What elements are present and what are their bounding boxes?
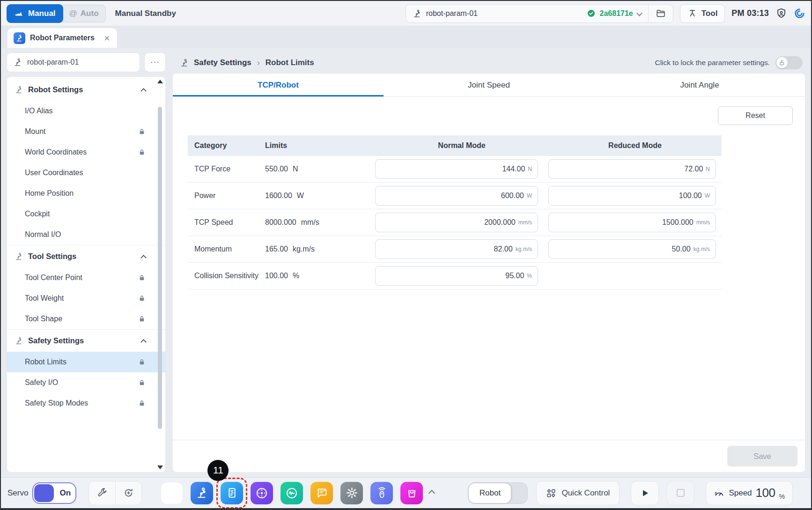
sidebar-parameter-file[interactable]: robot-param-01 [7, 52, 140, 72]
store-app-icon[interactable] [400, 482, 423, 504]
section-robot-settings: Robot Settings I/O Alias Mount World Coo… [7, 79, 165, 245]
sidebar-item-mount[interactable]: Mount [7, 121, 165, 142]
table-row-tcp-force: TCP Force 550.00N N N [188, 156, 722, 183]
stop-button[interactable] [666, 481, 694, 505]
parameter-file-summary[interactable]: robot-param-01 2a68171e [406, 5, 648, 22]
sidebar-section-safety-settings[interactable]: Safety Settings [7, 330, 165, 352]
rabbit-icon [14, 8, 24, 19]
tcp-speed-reduced-input[interactable] [554, 218, 694, 227]
robot-parameters-app-icon[interactable] [191, 482, 213, 504]
tcp-speed-normal-input[interactable] [381, 218, 516, 227]
tcp-force-normal-input[interactable] [381, 165, 525, 173]
sidebar-item-robot-limits[interactable]: Robot Limits [7, 352, 165, 372]
document-icon [226, 487, 238, 499]
scroll-down-arrow[interactable] [157, 466, 163, 469]
sidebar-item-tool-center-point[interactable]: Tool Center Point [7, 267, 165, 288]
manual-mode-button[interactable]: Manual [7, 4, 63, 23]
robot-icon [15, 336, 23, 345]
header-category: Category [188, 141, 265, 150]
power-normal-input[interactable] [381, 192, 524, 200]
shield-user-icon [775, 7, 787, 19]
log-app-icon[interactable] [310, 482, 333, 504]
dock-tool-group [89, 481, 142, 505]
parameter-lock-toggle[interactable] [775, 56, 803, 69]
more-options-button[interactable]: ··· [144, 52, 166, 72]
active-parameter-chip[interactable]: robot-param-01 2a68171e [406, 4, 673, 23]
chevron-up-icon [140, 255, 147, 261]
scrollbar-thumb[interactable] [158, 107, 162, 429]
lock-icon [138, 295, 146, 302]
power-reduced-input[interactable] [554, 192, 702, 200]
table-row-tcp-speed: TCP Speed 8000.000mm/s mm/s mm/s [188, 209, 722, 236]
jog-app-icon[interactable] [251, 482, 273, 504]
limits-table: Category Limits Normal Mode Reduced Mode… [188, 135, 722, 289]
setting-app-icon[interactable] [340, 482, 363, 504]
table-header-row: Category Limits Normal Mode Reduced Mode [188, 135, 722, 156]
lock-icon [138, 274, 146, 281]
stop-icon [677, 489, 685, 497]
sidebar-item-tool-shape[interactable]: Tool Shape [7, 309, 165, 329]
quick-control-button[interactable]: Quick Control [536, 481, 620, 505]
tab-joint-speed[interactable]: Joint Speed [384, 74, 594, 96]
play-button[interactable] [631, 481, 659, 505]
auto-mode-label: Auto [81, 9, 99, 18]
safety-user-button[interactable] [775, 7, 787, 19]
collision-sensitivity-normal-input[interactable] [381, 272, 524, 280]
close-tab-button[interactable] [103, 34, 111, 42]
breadcrumb-page: Robot Limits [266, 58, 314, 67]
lock-icon [138, 399, 146, 407]
reset-button[interactable]: Reset [718, 106, 793, 125]
tab-robot-parameters[interactable]: Robot Parameters [7, 28, 117, 48]
robot-toggle-active: Robot [469, 483, 511, 503]
sidebar-item-io-alias[interactable]: I/O Alias [7, 101, 165, 121]
breadcrumb-section: Safety Settings [194, 58, 251, 67]
open-file-button[interactable] [649, 5, 673, 22]
workcell-setup-button[interactable] [89, 481, 115, 505]
lock-icon [138, 358, 146, 366]
tool-button[interactable]: Tool [680, 4, 725, 23]
sidebar-item-user-coordinates[interactable]: User Coordinates [7, 163, 165, 183]
momentum-normal-input[interactable] [381, 245, 513, 253]
chevron-up-icon [140, 88, 147, 94]
scroll-up-arrow[interactable] [157, 80, 163, 83]
tcp-force-reduced-input[interactable] [554, 165, 703, 173]
tab-joint-angle[interactable]: Joint Angle [594, 74, 805, 96]
sidebar-scrollbar[interactable] [157, 80, 163, 469]
speed-button[interactable]: Speed 100 % [706, 481, 793, 505]
robot-icon [15, 85, 23, 94]
chevron-down-icon[interactable] [636, 10, 642, 16]
momentum-reduced-input[interactable] [554, 245, 691, 253]
sidebar-item-normal-io[interactable]: Normal I/O [7, 224, 165, 245]
pose-update-button[interactable] [115, 481, 141, 505]
sidebar-item-world-coordinates[interactable]: World Coordinates [7, 142, 165, 163]
sidebar-item-safety-stop-modes[interactable]: Safety Stop Modes [7, 393, 165, 414]
task-editor-app-icon[interactable]: 11 [221, 482, 243, 504]
normal-mode-field: kg.m/s [375, 239, 538, 259]
sidebar-section-tool-settings[interactable]: Tool Settings [7, 245, 165, 267]
remote-control-app-icon[interactable] [370, 482, 393, 504]
tab-tcp-robot[interactable]: TCP/Robot [173, 74, 384, 96]
lock-toggle-knob [776, 57, 788, 68]
home-app-icon[interactable] [161, 482, 183, 504]
save-button[interactable]: Save [727, 446, 797, 466]
robot-icon [413, 9, 422, 18]
sidebar-item-cockpit[interactable]: Cockpit [7, 204, 165, 224]
recovery-button[interactable] [794, 7, 805, 19]
sidebar-item-tool-weight[interactable]: Tool Weight [7, 288, 165, 309]
bottom-dock: Servo On 11 [1, 477, 811, 508]
reduced-mode-field: W [548, 186, 716, 206]
robot-sim-toggle[interactable]: Robot [468, 482, 528, 504]
sidebar-section-robot-settings[interactable]: Robot Settings [7, 79, 165, 101]
auto-mode-button[interactable]: @ Auto [59, 5, 106, 22]
sidebar-item-home-position[interactable]: Home Position [7, 183, 165, 204]
dock-apps: 11 [161, 482, 423, 504]
speed-unit: % [779, 493, 784, 505]
monitoring-app-icon[interactable] [281, 482, 303, 504]
check-circle-icon [587, 9, 596, 18]
lock-icon [138, 128, 146, 135]
dock-collapse-chevron-icon[interactable] [428, 489, 435, 496]
sidebar-item-safety-io[interactable]: Safety I/O [7, 372, 165, 393]
servo-toggle[interactable]: On [32, 482, 76, 504]
remote-icon [376, 487, 388, 499]
robot-icon [196, 487, 208, 499]
